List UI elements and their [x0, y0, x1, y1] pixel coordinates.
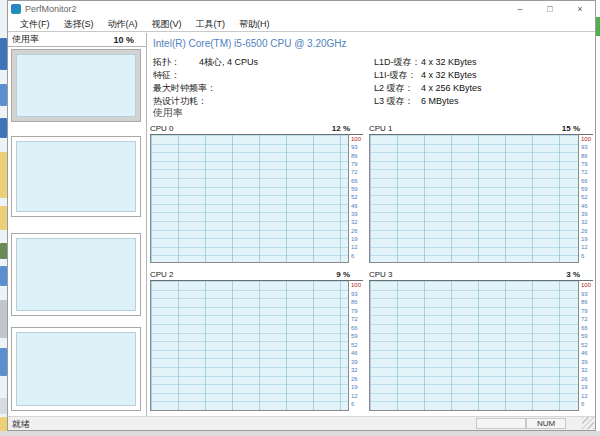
cpu-3-usage-chart: CPU 3 3 % 100938679726659524639322619126 [369, 269, 593, 411]
y-tick-label: 12 [351, 393, 363, 399]
cpu-2-usage-chart: CPU 2 9 % 100938679726659524639322619126 [150, 269, 363, 411]
chart-header: CPU 0 12 % [150, 123, 363, 135]
menu-action[interactable]: 动作(A) [101, 18, 145, 31]
minimize-button[interactable]: – [505, 1, 535, 17]
y-tick-label: 59 [351, 333, 363, 339]
desktop-left-sliver [0, 0, 7, 436]
chart-header: CPU 3 3 % [369, 269, 593, 281]
y-tick-label: 93 [581, 291, 593, 297]
menu-view[interactable]: 视图(V) [145, 18, 189, 31]
maximize-button[interactable]: □ [535, 1, 565, 17]
desktop-icon-fragment [0, 348, 7, 376]
desktop-right-sliver [596, 0, 600, 436]
chart-title: CPU 0 [150, 124, 174, 133]
y-tick-label: 52 [581, 342, 593, 348]
resize-grip[interactable] [582, 417, 594, 429]
y-tick-label: 93 [351, 144, 363, 150]
chart-plot-area [150, 135, 349, 263]
y-tick-label: 86 [351, 153, 363, 159]
y-tick-label: 46 [351, 203, 363, 209]
y-tick-label: 52 [351, 342, 363, 348]
y-tick-label: 26 [581, 376, 593, 382]
status-pane-empty [476, 418, 526, 429]
y-tick-label: 100 [581, 136, 593, 142]
menu-file[interactable]: 文件(F) [13, 18, 57, 31]
spec-value: 4 x 32 KBytes [421, 70, 477, 80]
y-tick-label: 52 [351, 194, 363, 200]
chart-plot-area [150, 281, 349, 411]
cpu-spec-left-column: 拓扑：4核心, 4 CPUs 特征： 最大时钟频率： 热设计功耗： [153, 56, 374, 108]
desktop-icon-fragment [596, 17, 600, 36]
status-bar: 就绪 NUM [8, 416, 595, 430]
y-tick-label: 26 [351, 228, 363, 234]
window-content: 使用率 10 % [8, 33, 595, 416]
spec-label: L2 缓存： [374, 82, 421, 95]
chart-title: CPU 2 [150, 270, 174, 279]
spec-label: 最大时钟频率： [153, 82, 199, 95]
y-tick-label: 26 [351, 376, 363, 382]
spec-row-features: 特征： [153, 69, 374, 82]
y-tick-label: 72 [351, 169, 363, 175]
spec-row-l3: L3 缓存：6 MBytes [374, 95, 593, 108]
desktop-bottom-sliver [0, 431, 600, 436]
y-tick-label: 12 [581, 244, 593, 250]
y-tick-label: 93 [581, 144, 593, 150]
desktop-icon-fragment [0, 266, 7, 286]
usage-thumbnail-3[interactable] [11, 233, 141, 316]
chart-header: CPU 1 15 % [369, 123, 593, 135]
menu-help[interactable]: 帮助(H) [232, 18, 277, 31]
desktop-icon-fragment [0, 38, 7, 70]
chart-body: 100938679726659524639322619126 [369, 281, 593, 411]
window-controls: – □ × [505, 1, 595, 17]
y-tick-label: 32 [581, 219, 593, 225]
spec-label: L1D-缓存： [374, 56, 421, 69]
usage-thumbnail-2[interactable] [11, 136, 141, 217]
spec-row-l2: L2 缓存：4 x 256 KBytes [374, 82, 593, 95]
chart-current-value: 15 % [562, 124, 580, 133]
y-tick-label: 66 [351, 325, 363, 331]
spec-value: 4 x 32 KBytes [421, 57, 477, 67]
menu-select[interactable]: 选择(S) [57, 18, 101, 31]
menu-tools[interactable]: 工具(T) [189, 18, 233, 31]
desktop-icon-fragment [0, 206, 7, 230]
window-title: PerfMonitor2 [25, 4, 77, 14]
spec-label: 拓扑： [153, 56, 199, 69]
close-button[interactable]: × [565, 1, 595, 17]
y-tick-label: 100 [581, 282, 593, 288]
spec-row-tdp: 热设计功耗： [153, 95, 374, 108]
desktop-icon-fragment [0, 118, 7, 138]
thumbnail-list [8, 47, 146, 416]
y-tick-label: 86 [581, 153, 593, 159]
spec-label: L1I-缓存： [374, 69, 421, 82]
y-tick-label: 39 [351, 359, 363, 365]
y-tick-label: 6 [351, 401, 363, 407]
sidebar-usage-value: 10 % [113, 35, 134, 45]
y-tick-label: 79 [351, 308, 363, 314]
y-axis: 100938679726659524639322619126 [579, 281, 593, 411]
cpu-spec-table: 拓扑：4核心, 4 CPUs 特征： 最大时钟频率： 热设计功耗： [153, 56, 593, 108]
y-tick-label: 39 [351, 211, 363, 217]
y-tick-label: 32 [351, 219, 363, 225]
y-tick-label: 12 [351, 244, 363, 250]
y-tick-label: 12 [581, 393, 593, 399]
desktop-icon-fragment [0, 398, 7, 414]
chart-header: CPU 2 9 % [150, 269, 363, 281]
y-tick-label: 39 [581, 359, 593, 365]
y-tick-label: 6 [351, 253, 363, 259]
y-tick-label: 59 [581, 186, 593, 192]
y-tick-label: 19 [351, 236, 363, 242]
chart-current-value: 9 % [336, 270, 350, 279]
y-tick-label: 66 [581, 325, 593, 331]
title-bar[interactable]: PerfMonitor2 – □ × [8, 1, 595, 17]
status-message: 就绪 [12, 418, 30, 431]
spec-row-topology: 拓扑：4核心, 4 CPUs [153, 56, 374, 69]
usage-thumbnail-4[interactable] [11, 327, 141, 411]
spec-label: 特征： [153, 69, 199, 82]
y-tick-label: 79 [351, 161, 363, 167]
chart-body: 100938679726659524639322619126 [150, 281, 363, 411]
chart-plot-area [369, 281, 579, 411]
y-axis: 100938679726659524639322619126 [349, 281, 363, 411]
usage-thumbnail-1[interactable] [11, 49, 141, 122]
y-tick-label: 72 [581, 169, 593, 175]
y-tick-label: 72 [581, 316, 593, 322]
